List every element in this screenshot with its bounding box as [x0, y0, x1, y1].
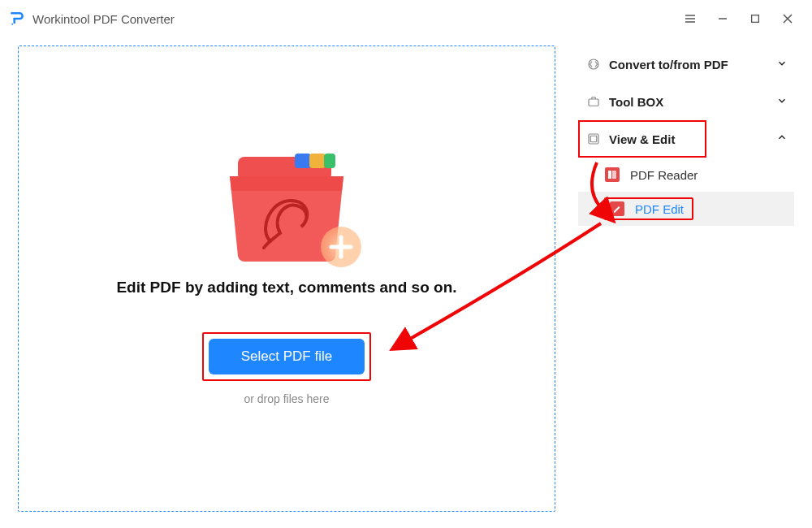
drop-area[interactable]: Edit PDF by adding text, comments and so…	[18, 45, 555, 512]
drop-hint-text: or drop files here	[244, 392, 329, 405]
svg-rect-5	[752, 15, 759, 23]
svg-rect-20	[612, 171, 616, 179]
svg-rect-19	[608, 171, 611, 179]
sidebar-item-label: View & Edit	[609, 132, 700, 146]
sidebar-item-view-edit[interactable]: View & Edit	[578, 120, 706, 158]
menu-icon[interactable]	[674, 2, 706, 35]
chevron-down-icon	[776, 58, 788, 71]
convert-icon	[585, 57, 603, 71]
sidebar: Convert to/from PDF Tool BOX View & Edit	[578, 45, 794, 512]
instruction-text: Edit PDF by adding text, comments and so…	[116, 279, 456, 296]
app-title: Workintool PDF Converter	[32, 12, 175, 26]
pdf-edit-icon	[609, 201, 625, 217]
svg-rect-10	[309, 154, 326, 168]
annotation-box-pdf-edit: PDF Edit	[604, 197, 693, 220]
svg-rect-11	[324, 154, 335, 168]
sidebar-subitem-pdf-reader[interactable]: PDF Reader	[578, 158, 794, 192]
select-pdf-button[interactable]: Select PDF file	[209, 339, 365, 374]
chevron-up-icon	[776, 132, 794, 146]
pdf-reader-icon	[604, 167, 620, 183]
sidebar-item-label: Tool BOX	[609, 95, 776, 109]
folder-illustration	[214, 152, 360, 266]
plus-icon	[319, 225, 363, 269]
sidebar-item-label: Convert to/from PDF	[609, 58, 776, 71]
sidebar-subitem-pdf-edit[interactable]: PDF Edit	[578, 192, 794, 226]
svg-point-0	[11, 24, 13, 25]
close-icon[interactable]	[771, 2, 804, 35]
app-logo-icon	[8, 10, 26, 28]
svg-rect-18	[590, 136, 597, 142]
minimize-icon[interactable]	[706, 2, 739, 35]
chevron-down-icon	[776, 95, 788, 109]
toolbox-icon	[585, 94, 603, 109]
sidebar-item-convert[interactable]: Convert to/from PDF	[578, 45, 794, 83]
svg-rect-16	[589, 99, 598, 106]
sidebar-item-toolbox[interactable]: Tool BOX	[578, 83, 794, 120]
titlebar: Workintool PDF Converter	[0, 0, 812, 37]
sidebar-subitem-label: PDF Reader	[630, 168, 698, 182]
annotation-box-select-button: Select PDF file	[202, 332, 371, 381]
sidebar-subitem-label: PDF Edit	[635, 202, 684, 216]
maximize-icon[interactable]	[739, 2, 771, 35]
view-edit-icon	[585, 132, 603, 146]
svg-rect-9	[295, 154, 311, 168]
